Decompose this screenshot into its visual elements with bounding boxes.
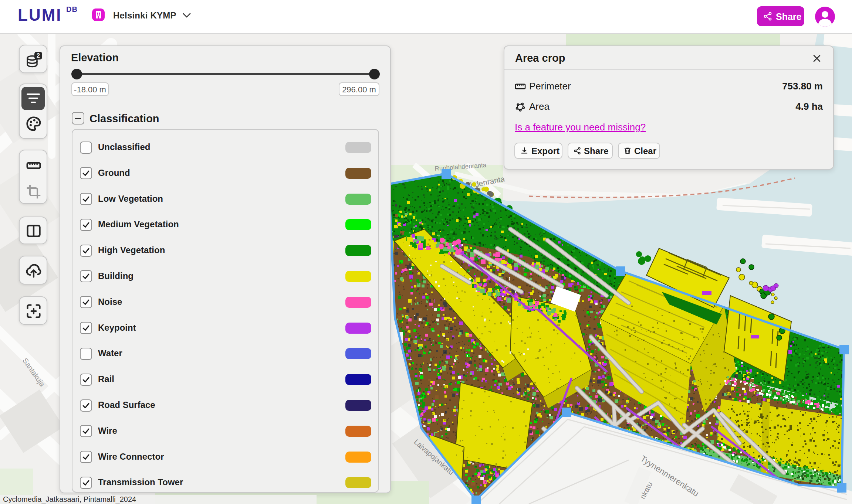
svg-text:2: 2: [37, 52, 40, 59]
svg-text:DB: DB: [66, 5, 78, 13]
svg-text:LUMI: LUMI: [18, 6, 62, 24]
